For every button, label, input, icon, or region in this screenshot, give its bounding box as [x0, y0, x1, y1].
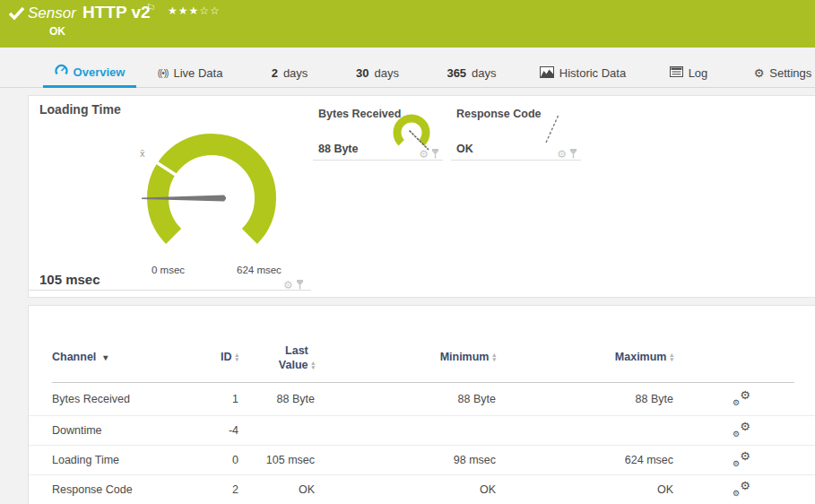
sort-icon: ▴▾: [311, 361, 315, 369]
cell-last-value: 105 msec: [234, 454, 315, 466]
channel-settings-button[interactable]: ⚙⚙: [730, 421, 753, 439]
cell-last-value: OK: [234, 483, 315, 496]
gears-icon[interactable]: ⚙⚙: [733, 421, 750, 437]
channels-panel: Channel▾ ID▴▾ Last Value▴▾ Minimum▴▾ Max…: [28, 305, 815, 504]
gauges-panel: Loading Time x̄ 0 msec 624 msec 105 msec…: [28, 95, 815, 298]
live-data-icon: ((•)): [158, 68, 169, 78]
gauge-controls: ⚙: [283, 277, 304, 293]
gears-icon[interactable]: ⚙⚙: [733, 481, 750, 496]
cell-channel: Loading Time: [52, 454, 186, 466]
cell-id: 1: [172, 393, 238, 405]
gears-icon[interactable]: ⚙⚙: [733, 390, 750, 405]
tab-historic-data[interactable]: Historic Data: [532, 58, 634, 88]
gauge-settings-icon[interactable]: ⚙: [557, 149, 567, 160]
column-label: Last: [285, 344, 308, 357]
tab-365-days[interactable]: 365 days: [437, 58, 507, 88]
channel-settings-button[interactable]: ⚙⚙: [730, 481, 753, 499]
sort-icon: ▴▾: [492, 352, 496, 361]
sort-desc-icon: ▾: [103, 352, 108, 362]
gauge-widget-loading-time: Loading Time x̄ 0 msec 624 msec 105 msec…: [29, 96, 311, 291]
tab-label: Historic Data: [559, 66, 626, 80]
priority-flag-icon[interactable]: ⚐: [146, 2, 156, 14]
tab-30-days[interactable]: 30 days: [346, 58, 409, 88]
cell-id: 2: [172, 483, 238, 496]
gauge-controls: ⚙: [557, 146, 577, 162]
gauge-value: OK: [456, 143, 473, 155]
cell-id: 0: [172, 454, 238, 466]
gauge-settings-icon[interactable]: ⚙: [419, 149, 429, 160]
sensor-status-badge: OK: [49, 25, 65, 38]
channel-settings-button[interactable]: ⚙⚙: [730, 451, 753, 469]
channel-settings-button[interactable]: ⚙⚙: [730, 390, 753, 408]
table-row: Bytes Received 1 88 Byte 88 Byte 88 Byte…: [29, 382, 815, 416]
gauge-title: Response Code: [456, 108, 541, 120]
gauge-scale-min: 0 msec: [152, 265, 185, 275]
table-row: Response Code 2 OK OK OK ⚙⚙: [29, 475, 815, 504]
priority-stars[interactable]: ★★★☆☆: [168, 4, 221, 17]
sensor-name: HTTP v2: [82, 3, 151, 22]
tab-overview[interactable]: Overview: [43, 58, 136, 88]
column-label: Value: [279, 358, 308, 372]
gauge-scale-max: 624 msec: [237, 265, 282, 275]
gauge-value: 105 msec: [39, 272, 100, 287]
tab-label: Overview: [74, 65, 126, 79]
gauge-controls: ⚙: [419, 146, 439, 162]
historic-chart-icon: [540, 66, 554, 81]
tab-number: 30: [356, 66, 368, 80]
cell-channel: Bytes Received: [52, 393, 186, 405]
column-label: ID: [221, 351, 232, 363]
column-label: Channel: [52, 351, 96, 363]
cell-minimum: 98 msec: [388, 454, 496, 466]
column-label: Maximum: [615, 351, 667, 363]
cell-minimum: 88 Byte: [388, 393, 496, 405]
table-row: Loading Time 0 105 msec 98 msec 624 msec…: [29, 446, 815, 475]
pin-icon[interactable]: [431, 146, 439, 162]
column-header-channel[interactable]: Channel▾: [52, 351, 186, 363]
column-header-id[interactable]: ID▴▾: [172, 351, 238, 363]
tab-log[interactable]: Log: [662, 58, 715, 88]
tab-label: Settings: [769, 66, 811, 80]
cell-last-value: 88 Byte: [234, 393, 315, 405]
cell-channel: Response Code: [52, 483, 186, 496]
column-header-last-value[interactable]: Last Value▴▾: [234, 343, 315, 372]
gauge-widget-bytes-received: Bytes Received 88 Byte ⚙: [313, 96, 443, 161]
sensor-header: Sensor HTTP v2 ⚐ ★★★☆☆ OK: [0, 0, 815, 48]
tab-settings[interactable]: ⚙ Settings: [747, 58, 815, 88]
sensor-overview-page: Sensor HTTP v2 ⚐ ★★★☆☆ OK Overview ((•))…: [0, 0, 815, 504]
log-icon: [670, 66, 683, 80]
tab-label: days: [283, 66, 308, 80]
gauge-icon: [55, 64, 68, 80]
cell-id: -4: [172, 424, 238, 437]
gauge-widget-response-code: Response Code OK ⚙: [451, 96, 581, 161]
column-header-maximum[interactable]: Maximum▴▾: [566, 351, 673, 363]
column-label: Minimum: [440, 351, 490, 363]
tab-2-days[interactable]: 2 days: [262, 58, 317, 88]
response-code-gauge: [541, 110, 564, 150]
gauge-mean-marker: x̄: [140, 148, 145, 159]
tab-label: days: [472, 66, 496, 80]
pin-icon[interactable]: [569, 146, 577, 162]
tab-label: Live Data: [173, 66, 222, 80]
tab-label: Log: [689, 66, 708, 80]
column-header-minimum[interactable]: Minimum▴▾: [388, 351, 496, 363]
cell-maximum: OK: [566, 483, 673, 496]
tab-live-data[interactable]: ((•)) Live Data: [151, 58, 230, 88]
cell-maximum: 624 msec: [566, 454, 673, 466]
table-row: Downtime -4 ⚙⚙: [29, 416, 815, 446]
sort-icon: ▴▾: [670, 352, 673, 361]
pin-icon[interactable]: [296, 277, 304, 293]
gauge-title: Loading Time: [39, 102, 121, 117]
tab-number: 365: [447, 66, 466, 80]
gears-icon[interactable]: ⚙⚙: [733, 451, 750, 466]
status-check-icon: [7, 4, 27, 26]
cell-minimum: OK: [388, 483, 496, 496]
cell-channel: Downtime: [52, 424, 186, 437]
gauge-settings-icon[interactable]: ⚙: [283, 280, 293, 291]
tab-bar: Overview ((•)) Live Data 2 days 30 days …: [0, 58, 815, 88]
cell-maximum: 88 Byte: [566, 393, 673, 405]
tab-label: days: [375, 66, 399, 80]
loading-time-gauge: [140, 126, 283, 274]
stars-filled[interactable]: ★★★: [168, 4, 199, 17]
tab-number: 2: [272, 66, 278, 80]
stars-empty[interactable]: ☆☆: [199, 4, 221, 17]
